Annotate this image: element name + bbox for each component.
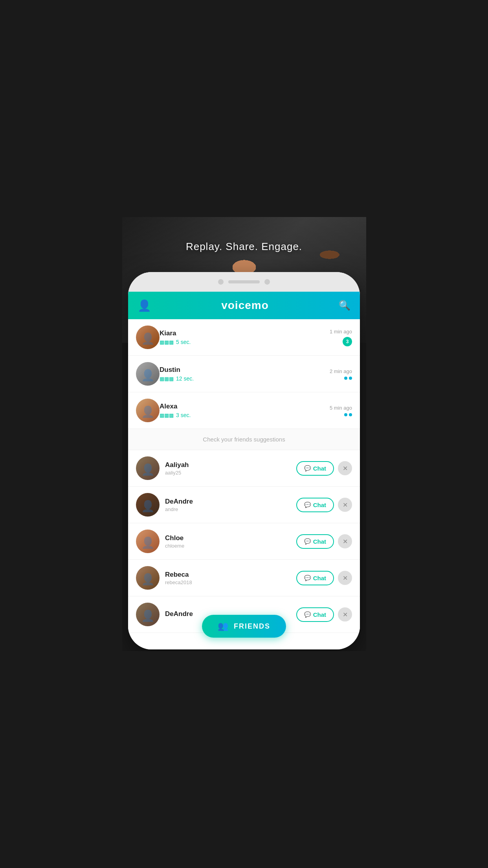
profile-icon[interactable]: 👤 xyxy=(138,299,151,312)
suggestion-name: Chloe xyxy=(165,534,296,542)
phone-speaker xyxy=(228,280,260,283)
dismiss-button[interactable]: ✕ xyxy=(338,461,352,475)
conv-preview: ▩▩▩ 3 sec. xyxy=(160,412,330,418)
avatar xyxy=(136,362,160,386)
phone-frame: 👤 voicemo 🔍 Kiara ▩▩▩ 5 sec. xyxy=(128,272,360,649)
conv-time: 1 min ago xyxy=(330,329,352,335)
suggestion-item: DeAndre andre 💬 Chat ✕ xyxy=(128,487,360,523)
avatar xyxy=(136,530,160,553)
conv-preview: ▩▩▩ 12 sec. xyxy=(160,375,330,382)
suggestion-actions: 💬 Chat ✕ xyxy=(296,607,352,622)
friends-icon: 👥 xyxy=(218,621,229,631)
hero-tagline: Replay. Share. Engage. xyxy=(122,241,366,253)
avatar xyxy=(136,456,160,480)
phone-top-bar xyxy=(128,272,360,292)
conv-name: Kiara xyxy=(160,329,330,337)
phone-sensor xyxy=(264,279,270,285)
app-header: 👤 voicemo 🔍 xyxy=(128,292,360,319)
suggestion-actions: 💬 Chat ✕ xyxy=(296,534,352,549)
conv-meta: 2 min ago xyxy=(330,368,352,380)
chat-button[interactable]: 💬 Chat xyxy=(296,461,334,476)
chat-button[interactable]: 💬 Chat xyxy=(296,498,334,512)
chat-icon: 💬 xyxy=(304,465,311,471)
conv-preview: ▩▩▩ 5 sec. xyxy=(160,339,330,345)
conversation-item[interactable]: Kiara ▩▩▩ 5 sec. 1 min ago 3 xyxy=(128,319,360,356)
suggestion-item: Chloe chloeme 💬 Chat ✕ xyxy=(128,523,360,560)
dismiss-button[interactable]: ✕ xyxy=(338,607,352,622)
suggestion-username: chloeme xyxy=(165,543,296,549)
suggestion-info: Chloe chloeme xyxy=(165,534,296,549)
suggestion-username: aaliy25 xyxy=(165,470,296,476)
dot xyxy=(349,377,352,380)
suggestion-actions: 💬 Chat ✕ xyxy=(296,498,352,512)
conv-info: Alexa ▩▩▩ 3 sec. xyxy=(160,403,330,418)
app-logo: voicemo xyxy=(221,299,269,312)
suggestion-actions: 💬 Chat ✕ xyxy=(296,571,352,585)
conversation-item[interactable]: Dustin ▩▩▩ 12 sec. 2 min ago xyxy=(128,356,360,392)
dot xyxy=(349,413,352,416)
dots-indicator xyxy=(344,413,352,416)
audio-wave-icon: ▩▩▩ xyxy=(160,412,174,418)
dots-indicator xyxy=(344,377,352,380)
friends-fab-label: FRIENDS xyxy=(234,622,270,631)
conversations-list: Kiara ▩▩▩ 5 sec. 1 min ago 3 xyxy=(128,319,360,429)
chat-icon: 💬 xyxy=(304,538,311,544)
fab-container: 👥 FRIENDS xyxy=(202,615,286,638)
audio-wave-icon: ▩▩▩ xyxy=(160,376,174,382)
suggestion-username: andre xyxy=(165,506,296,512)
avatar xyxy=(136,603,160,626)
chat-button[interactable]: 💬 Chat xyxy=(296,607,334,622)
suggestion-name: Aaliyah xyxy=(165,461,296,469)
conv-name: Dustin xyxy=(160,366,330,374)
conv-meta: 5 min ago xyxy=(330,405,352,416)
suggestion-actions: 💬 Chat ✕ xyxy=(296,461,352,476)
suggestion-info: Rebeca rebeca2018 xyxy=(165,571,296,585)
suggestions-section-header: Check your friends suggestions xyxy=(128,429,360,450)
chat-button[interactable]: 💬 Chat xyxy=(296,534,334,549)
suggestion-name: Rebeca xyxy=(165,571,296,579)
suggestion-info: DeAndre andre xyxy=(165,498,296,512)
avatar xyxy=(136,399,160,422)
suggestion-item: Rebeca rebeca2018 💬 Chat ✕ xyxy=(128,560,360,596)
conv-meta: 1 min ago 3 xyxy=(330,329,352,346)
logo-prefix: voice xyxy=(221,299,251,311)
suggestion-info: Aaliyah aaliy25 xyxy=(165,461,296,476)
avatar xyxy=(136,566,160,590)
conversation-item[interactable]: Alexa ▩▩▩ 3 sec. 5 min ago xyxy=(128,392,360,429)
search-icon[interactable]: 🔍 xyxy=(339,300,350,311)
chat-icon: 💬 xyxy=(304,575,311,581)
conv-time: 2 min ago xyxy=(330,368,352,374)
dismiss-button[interactable]: ✕ xyxy=(338,571,352,585)
conv-name: Alexa xyxy=(160,403,330,410)
chat-button[interactable]: 💬 Chat xyxy=(296,571,334,585)
phone-camera xyxy=(218,279,224,285)
suggestion-name: DeAndre xyxy=(165,498,296,506)
audio-wave-icon: ▩▩▩ xyxy=(160,339,174,345)
chat-icon: 💬 xyxy=(304,611,311,618)
conv-info: Dustin ▩▩▩ 12 sec. xyxy=(160,366,330,382)
logo-suffix: mo xyxy=(251,299,269,311)
chat-icon: 💬 xyxy=(304,502,311,508)
suggestion-item: Aaliyah aaliy25 💬 Chat ✕ xyxy=(128,450,360,487)
phone-screen: 👤 voicemo 🔍 Kiara ▩▩▩ 5 sec. xyxy=(128,292,360,649)
dismiss-button[interactable]: ✕ xyxy=(338,534,352,548)
conv-info: Kiara ▩▩▩ 5 sec. xyxy=(160,329,330,345)
dismiss-button[interactable]: ✕ xyxy=(338,498,352,512)
dot xyxy=(344,413,347,416)
dot xyxy=(344,377,347,380)
conv-time: 5 min ago xyxy=(330,405,352,411)
avatar xyxy=(136,493,160,517)
unread-badge: 3 xyxy=(343,337,352,346)
suggestion-username: rebeca2018 xyxy=(165,579,296,585)
avatar xyxy=(136,326,160,349)
friends-fab-button[interactable]: 👥 FRIENDS xyxy=(202,615,286,638)
